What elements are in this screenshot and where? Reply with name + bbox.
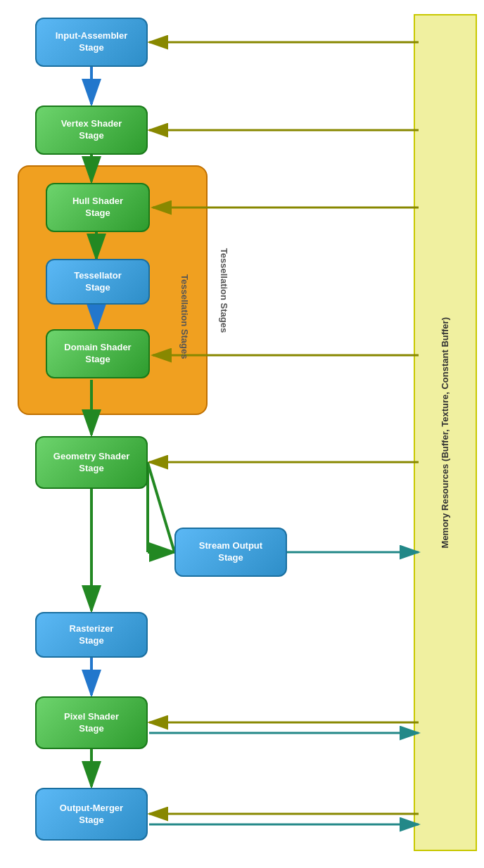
tessellator-stage: Tessellator Stage (46, 259, 150, 305)
domain-shader-stage: Domain Shader Stage (46, 329, 150, 378)
stream-output-stage: Stream Output Stage (174, 528, 287, 577)
input-assembler-stage: Input-Assembler Stage (35, 18, 148, 67)
geometry-shader-stage: Geometry Shader Stage (35, 436, 148, 489)
vertex-shader-stage: Vertex Shader Stage (35, 106, 148, 155)
svg-line-10 (148, 463, 174, 552)
output-merger-stage: Output-Merger Stage (35, 788, 148, 841)
tessellation-label: Tessellation Stages (218, 248, 229, 332)
diagram-container: Memory Resources (Buffer, Texture, Const… (0, 0, 484, 868)
memory-panel: Memory Resources (Buffer, Texture, Const… (414, 14, 477, 851)
memory-label: Memory Resources (Buffer, Texture, Const… (439, 317, 452, 548)
rasterizer-stage: Rasterizer Stage (35, 612, 148, 658)
hull-shader-stage: Hull Shader Stage (46, 183, 150, 232)
pixel-shader-stage: Pixel Shader Stage (35, 696, 148, 749)
tessellation-stages-label: Tessellation Stages (179, 274, 190, 359)
